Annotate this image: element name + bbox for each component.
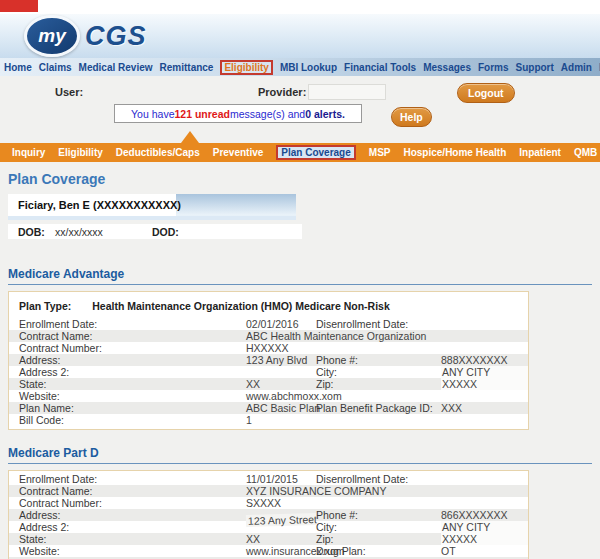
provider-input[interactable]	[308, 84, 386, 100]
row-value: XX	[246, 533, 316, 545]
row-label: Plan Name:	[19, 402, 246, 414]
row-value: SXXXX	[246, 497, 316, 509]
row-label	[316, 330, 441, 342]
subnav-inpatient[interactable]: Inpatient	[519, 147, 561, 158]
row-label: Enrollment Date:	[19, 318, 246, 330]
row-label: Drug Plan:	[316, 545, 441, 557]
table-row: State:XXZip:XXXXX	[9, 533, 528, 545]
subnav-plan-coverage[interactable]: Plan Coverage	[276, 145, 355, 160]
medicare-advantage-rule	[8, 284, 592, 285]
row-label	[316, 497, 441, 509]
table-row: Contract Number:SXXXX	[9, 497, 528, 509]
provider-label: Provider:	[258, 86, 306, 98]
row-value: 888XXXXXXX	[441, 354, 528, 366]
row-label: Enrollment Date:	[19, 473, 246, 485]
unread-messages-notice: You have 121 unread message(s) and 0 ale…	[114, 104, 362, 123]
row-label: City:	[316, 521, 441, 533]
row-value: XXXXX	[441, 378, 528, 390]
mycgs-logo: my CGS	[24, 15, 147, 57]
row-value	[441, 497, 528, 509]
logo-cgs-text: CGS	[85, 21, 147, 52]
row-value: XXXXX	[441, 533, 528, 545]
row-value	[441, 318, 528, 330]
dob-dod-row: DOB: xx/xx/xxxx DOD:	[8, 224, 302, 239]
row-label: Phone #:	[316, 509, 441, 521]
row-label: Phone #:	[316, 354, 441, 366]
subnav-deductibles-caps[interactable]: Deductibles/Caps	[116, 147, 200, 158]
row-label	[316, 342, 441, 354]
row-label: Address:	[19, 509, 246, 521]
row-label: Address:	[19, 354, 246, 366]
dod-label: DOD:	[152, 226, 179, 238]
user-label: User:	[55, 86, 83, 98]
row-label: Contract Name:	[19, 485, 246, 497]
topnav-forms[interactable]: Forms	[478, 62, 509, 73]
row-value: ANY CITY	[441, 521, 528, 533]
beneficiary-tab-underbar	[8, 216, 296, 220]
subnav-inquiry[interactable]: Inquiry	[12, 147, 45, 158]
topnav-eligibility[interactable]: Eligibility	[220, 60, 272, 75]
table-row: Bill Code:1	[9, 414, 528, 426]
message-middle: message(s) and	[230, 108, 305, 120]
row-value: 02/01/2016	[246, 318, 316, 330]
subnav-eligibility[interactable]: Eligibility	[58, 147, 102, 158]
row-value: XYZ INSURANCE COMPANY	[246, 485, 316, 497]
table-row: Website:www.insurancex.xomDrug Plan:OT	[9, 545, 528, 557]
topnav-home[interactable]: Home	[4, 62, 32, 73]
row-label: Bill Code:	[19, 414, 246, 426]
table-row: Contract Name:ABC Health Maintenance Org…	[9, 330, 528, 342]
row-label: Plan Benefit Package ID:	[316, 402, 441, 414]
subnav-msp[interactable]: MSP	[369, 147, 391, 158]
topnav-claims[interactable]: Claims	[39, 62, 72, 73]
red-corner-marker	[0, 0, 38, 12]
topnav-messages[interactable]: Messages	[423, 62, 471, 73]
medicare-advantage-panel: Plan Type: Health Maintenance Organizati…	[8, 291, 529, 430]
plan-type-row: Plan Type: Health Maintenance Organizati…	[9, 294, 528, 318]
table-row: Enrollment Date:11/01/2015Disenrollment …	[9, 473, 528, 485]
session-bar: User: Provider: Logout You have 121 unre…	[0, 76, 600, 143]
row-label: Contract Number:	[19, 342, 246, 354]
row-label: Zip:	[316, 533, 441, 545]
row-label: Address 2:	[19, 366, 246, 378]
row-value: ANY CITY	[441, 366, 528, 378]
row-value: www.insurancex.xom	[246, 545, 316, 557]
table-row: Address 2:City:ANY CITY	[9, 366, 528, 378]
row-value: 866XXXXXXX	[441, 509, 528, 521]
help-button[interactable]: Help	[391, 107, 432, 127]
row-value	[441, 414, 528, 426]
row-label: Disenrollment Date:	[316, 318, 441, 330]
row-value	[441, 330, 528, 342]
top-white-strip	[0, 0, 600, 14]
unread-count: 121 unread	[174, 108, 229, 120]
topnav-mbi-lookup[interactable]: MBI Lookup	[280, 62, 337, 73]
row-value: OT	[441, 545, 528, 557]
dob-value: xx/xx/xxxx	[55, 226, 103, 238]
logout-button[interactable]: Logout	[457, 83, 515, 103]
row-value: 123 Any Street	[246, 513, 316, 527]
row-value: XX	[246, 378, 316, 390]
table-row: State:XXZip:XXXXX	[9, 378, 528, 390]
header-banner: my CGS	[0, 14, 600, 58]
row-label: Contract Number:	[19, 497, 246, 509]
subnav-preventive[interactable]: Preventive	[213, 147, 264, 158]
topnav-medical-review[interactable]: Medical Review	[79, 62, 153, 73]
beneficiary-tab[interactable]: Ficiary, Ben E (XXXXXXXXXXX)	[8, 194, 176, 216]
table-row: Plan Name:ABC Basic PlanPlan Benefit Pac…	[9, 402, 528, 414]
subnav-qmb[interactable]: QMB	[574, 147, 597, 158]
topnav-remittance[interactable]: Remittance	[160, 62, 214, 73]
row-value: 123 Any Blvd	[246, 354, 316, 366]
row-label: Website:	[19, 545, 246, 557]
row-value: 1	[246, 414, 316, 426]
topnav-financial-tools[interactable]: Financial Tools	[344, 62, 416, 73]
page-title: Plan Coverage	[8, 171, 600, 187]
table-row: Website:www.abchmoxx.xom	[9, 390, 528, 402]
subnav-hospice-home-health[interactable]: Hospice/Home Health	[403, 147, 506, 158]
row-value: ABC Basic Plan	[246, 402, 316, 414]
table-row: Address:123 Any StreetPhone #:866XXXXXXX	[9, 509, 528, 521]
plan-type-label: Plan Type:	[19, 300, 71, 312]
beneficiary-tab-strip: Ficiary, Ben E (XXXXXXXXXXX)	[8, 194, 296, 220]
topnav-support[interactable]: Support	[516, 62, 554, 73]
topnav-admin[interactable]: Admin	[561, 62, 592, 73]
row-label: City:	[316, 366, 441, 378]
alerts-count: 0 alerts.	[305, 108, 345, 120]
